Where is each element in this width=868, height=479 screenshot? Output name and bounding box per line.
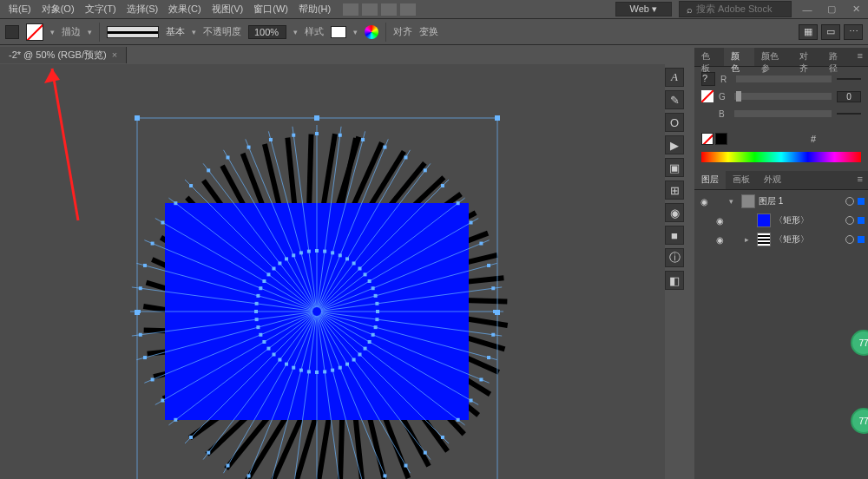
style-dropdown[interactable]: ▾ xyxy=(353,28,358,36)
selection-indicator xyxy=(858,236,865,243)
dock-symbol-tool[interactable]: ◉ xyxy=(665,203,684,222)
recolor-icon[interactable] xyxy=(365,25,378,39)
dock-ellipse-tool[interactable]: O xyxy=(665,113,684,132)
options-icon[interactable]: ⋯ xyxy=(844,24,863,40)
tab-swatches[interactable]: 色板 xyxy=(694,48,724,66)
target-icon[interactable] xyxy=(845,235,854,244)
layers-panel-tabs: 图层 画板 外观 ≡ xyxy=(694,171,868,190)
selection-indicator xyxy=(858,198,865,205)
isolate-icon[interactable]: ▦ xyxy=(799,24,818,40)
opacity-dropdown[interactable]: ▾ xyxy=(293,28,298,36)
gpu-icon[interactable] xyxy=(400,3,416,16)
layers-panel-body: ◉ ▾ 图层 1 ◉ 〈矩形〉 ◉ ▸ xyxy=(694,190,868,479)
none-swatch[interactable] xyxy=(701,133,713,145)
tab-color-guide[interactable]: 颜色参 xyxy=(754,48,792,66)
menu-view[interactable]: 视图(V) xyxy=(207,3,249,16)
channel-g-label: G xyxy=(719,92,729,102)
style-label: 样式 xyxy=(305,25,324,38)
window-maximize[interactable]: ▢ xyxy=(823,3,840,15)
layer-name[interactable]: 图层 1 xyxy=(759,195,842,207)
layer-thumb xyxy=(757,233,771,246)
dock-artboard-tool[interactable]: ▣ xyxy=(665,158,684,177)
b-slider[interactable] xyxy=(734,110,832,117)
stroke-profile[interactable] xyxy=(107,26,159,38)
menu-window[interactable]: 窗口(W) xyxy=(248,3,293,16)
menu-edit[interactable]: 辑(E) xyxy=(3,3,36,16)
bridge-icon[interactable] xyxy=(343,3,358,16)
tab-artboards[interactable]: 画板 xyxy=(726,171,757,189)
align-label[interactable]: 对齐 xyxy=(393,25,412,38)
channel-b-label: B xyxy=(719,109,729,119)
dock-grid-tool[interactable]: ⊞ xyxy=(665,180,684,200)
document-tab[interactable]: -2* @ 50% (RGB/预览) × xyxy=(0,47,127,63)
adobe-stock-search[interactable]: ⌕搜索 Adobe Stock xyxy=(679,1,792,17)
b-value[interactable] xyxy=(837,113,861,115)
search-icon: ⌕ xyxy=(687,4,693,15)
tab-appearance[interactable]: 外观 xyxy=(757,171,788,189)
selection-indicator-icon[interactable] xyxy=(5,25,19,39)
expand-icon[interactable]: ▸ xyxy=(745,235,753,244)
menu-effect[interactable]: 效果(C) xyxy=(163,3,206,16)
floating-badge-1[interactable]: 77 xyxy=(851,330,868,356)
layer-row-rect1[interactable]: ◉ 〈矩形〉 xyxy=(694,211,868,230)
fill-dropdown[interactable]: ▾ xyxy=(50,28,55,36)
layer-thumb xyxy=(741,194,755,208)
workspace-switcher[interactable]: Web ▾ xyxy=(615,2,672,16)
color-panel-menu-icon[interactable]: ≡ xyxy=(852,48,868,66)
question-mark-icon[interactable]: ? xyxy=(701,72,715,86)
visibility-icon[interactable]: ◉ xyxy=(713,235,726,245)
tab-color[interactable]: 颜色 xyxy=(724,48,753,66)
dock-type-tool[interactable]: A xyxy=(665,68,684,87)
tab-layers[interactable]: 图层 xyxy=(694,171,726,189)
menu-help[interactable]: 帮助(H) xyxy=(293,3,336,16)
menu-text[interactable]: 文字(T) xyxy=(80,3,122,16)
tab-align[interactable]: 对齐 xyxy=(792,48,822,66)
close-tab-icon[interactable]: × xyxy=(112,49,117,60)
arrange-documents-icon[interactable] xyxy=(381,3,397,16)
layers-panel-menu-icon[interactable]: ≡ xyxy=(852,171,868,189)
selection-indicator xyxy=(858,217,865,224)
color-spectrum[interactable] xyxy=(701,152,861,162)
r-slider[interactable] xyxy=(736,75,832,82)
fill-swatch[interactable] xyxy=(26,23,43,41)
main-menu-bar: 辑(E) 对象(O) 文字(T) 选择(S) 效果(C) 视图(V) 窗口(W)… xyxy=(0,0,868,19)
layer-name[interactable]: 〈矩形〉 xyxy=(774,233,842,246)
window-minimize[interactable]: — xyxy=(799,4,816,15)
fill-stroke-indicator[interactable] xyxy=(701,90,713,102)
black-swatch[interactable] xyxy=(715,133,727,145)
opacity-label: 不透明度 xyxy=(203,25,241,38)
layer-row-top[interactable]: ◉ ▾ 图层 1 xyxy=(694,192,868,211)
visibility-icon[interactable]: ◉ xyxy=(713,216,726,226)
dock-info-tool[interactable]: ⓘ xyxy=(665,248,684,267)
stroke-weight-dropdown[interactable]: ▾ xyxy=(88,28,92,36)
window-close[interactable]: ✕ xyxy=(847,3,865,15)
artwork-canvas[interactable] xyxy=(43,73,608,479)
layer-name[interactable]: 〈矩形〉 xyxy=(774,214,842,226)
expand-icon[interactable]: ▾ xyxy=(729,197,738,206)
target-icon[interactable] xyxy=(845,216,854,225)
dock-play-tool[interactable]: ▶ xyxy=(665,135,684,154)
stock-icon[interactable] xyxy=(362,3,378,16)
edit-icon[interactable]: ▭ xyxy=(821,24,840,40)
g-slider[interactable] xyxy=(734,93,832,100)
visibility-icon[interactable]: ◉ xyxy=(698,197,710,207)
channel-r-label: R xyxy=(720,75,731,84)
dock-brush-tool[interactable]: ✎ xyxy=(665,90,684,109)
layer-row-rect2[interactable]: ◉ ▸ 〈矩形〉 xyxy=(694,230,868,249)
dock-swatch-tool[interactable]: ◧ xyxy=(665,271,684,290)
menu-object[interactable]: 对象(O) xyxy=(36,3,80,16)
dock-shape-tool[interactable]: ■ xyxy=(665,226,684,245)
swatch-strip: # xyxy=(694,129,868,148)
canvas-area[interactable]: 剪切蒙版 xyxy=(0,64,665,479)
transform-label[interactable]: 变换 xyxy=(419,25,438,38)
tab-pathfinder[interactable]: 路径 xyxy=(822,48,852,66)
hex-label: # xyxy=(811,134,816,144)
stroke-style-dropdown[interactable]: ▾ xyxy=(192,28,196,36)
g-value[interactable]: 0 xyxy=(837,91,861,102)
r-value[interactable] xyxy=(837,78,861,80)
opacity-input[interactable]: 100% xyxy=(248,25,286,39)
floating-badge-2[interactable]: 77 xyxy=(851,408,868,434)
menu-select[interactable]: 选择(S) xyxy=(122,3,164,16)
target-icon[interactable] xyxy=(845,197,854,206)
graphic-style-swatch[interactable] xyxy=(331,26,346,38)
